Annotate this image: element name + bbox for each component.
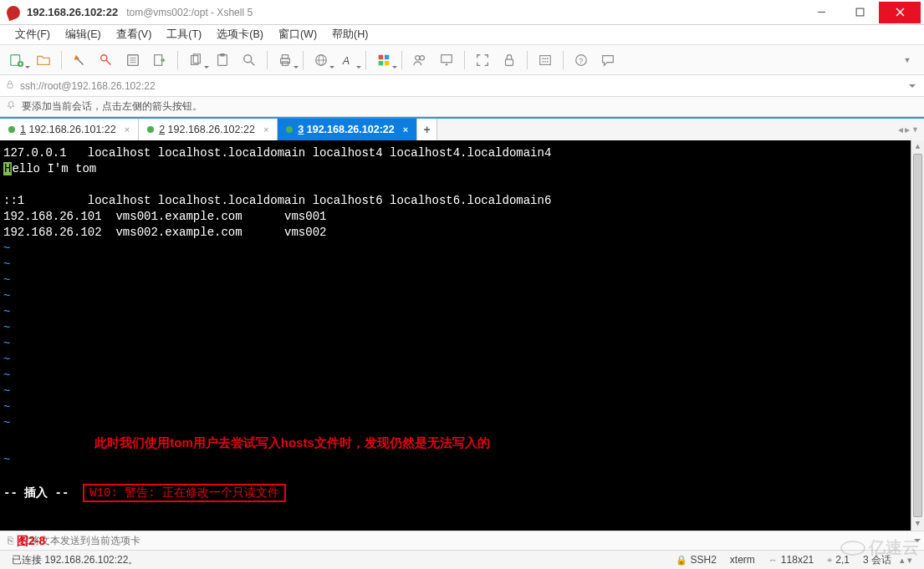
title-bar: 192.168.26.102:22 tom@vms002:/opt - Xshe… bbox=[0, 0, 924, 25]
hint-bar: 要添加当前会话，点击左侧的箭头按钮。 bbox=[0, 97, 924, 117]
status-dot-icon bbox=[147, 126, 154, 133]
menu-tabs[interactable]: 选项卡(B) bbox=[210, 25, 270, 44]
print-button[interactable] bbox=[273, 48, 297, 72]
color-button[interactable] bbox=[372, 48, 396, 72]
tab-prev-icon[interactable]: ◂ bbox=[898, 124, 903, 135]
svg-line-8 bbox=[77, 58, 83, 64]
pin-icon[interactable] bbox=[7, 100, 17, 113]
scroll-up-icon[interactable]: ▲ bbox=[911, 140, 924, 154]
svg-rect-18 bbox=[218, 54, 227, 65]
input-icon: ⎘ bbox=[3, 534, 17, 547]
svg-rect-1 bbox=[856, 8, 864, 16]
scroll-down-icon[interactable]: ▼ bbox=[911, 517, 924, 531]
svg-point-9 bbox=[101, 54, 107, 60]
menu-help[interactable]: 帮助(H) bbox=[325, 25, 375, 44]
tab-close-icon[interactable]: × bbox=[125, 124, 130, 135]
app-icon bbox=[5, 3, 23, 21]
svg-rect-19 bbox=[220, 53, 224, 56]
svg-rect-35 bbox=[442, 54, 452, 62]
new-tab-button[interactable]: + bbox=[417, 119, 437, 140]
reconnect-button[interactable] bbox=[68, 48, 91, 72]
terminal-content[interactable]: 127.0.0.1 localhost localhost.localdomai… bbox=[0, 140, 911, 531]
hint-text: 要添加当前会话，点击左侧的箭头按钮。 bbox=[22, 99, 202, 114]
import-button[interactable] bbox=[148, 48, 171, 72]
close-button[interactable] bbox=[879, 2, 921, 23]
open-button[interactable] bbox=[32, 48, 55, 72]
menu-bar: 文件(F) 编辑(E) 查看(V) 工具(T) 选项卡(B) 窗口(W) 帮助(… bbox=[0, 25, 924, 45]
svg-rect-31 bbox=[379, 60, 383, 64]
menu-file[interactable]: 文件(F) bbox=[8, 25, 57, 44]
terminal-scrollbar[interactable]: ▲ ▼ bbox=[911, 140, 924, 531]
address-text[interactable]: ssh://root@192.168.26.102:22 bbox=[20, 80, 156, 92]
svg-point-39 bbox=[544, 58, 546, 59]
command-input-bar: ⎘ 图2-8 bbox=[0, 531, 924, 551]
status-cursor-pos: ⌖2,1 bbox=[820, 554, 856, 566]
svg-point-33 bbox=[416, 55, 420, 59]
svg-point-42 bbox=[544, 60, 546, 62]
status-bar: 已连接 192.168.26.102:22。 🔒SSH2 xterm ↔118x… bbox=[0, 551, 924, 569]
command-input[interactable] bbox=[20, 535, 911, 546]
status-terminal-type: xterm bbox=[723, 554, 762, 566]
menu-edit[interactable]: 编辑(E) bbox=[59, 25, 108, 44]
keypad-button[interactable] bbox=[533, 48, 557, 72]
new-session-button[interactable] bbox=[5, 48, 28, 72]
users-button[interactable] bbox=[408, 48, 431, 72]
lock-button[interactable] bbox=[498, 48, 521, 72]
svg-text:?: ? bbox=[579, 56, 583, 64]
disconnect-button[interactable] bbox=[94, 48, 118, 72]
toolbar: A ? ▼ bbox=[0, 45, 924, 75]
menu-view[interactable]: 查看(V) bbox=[110, 25, 159, 44]
address-bar: ssh://root@192.168.26.102:22 bbox=[0, 75, 924, 97]
status-size: ↔118x21 bbox=[762, 554, 820, 566]
session-tab-3[interactable]: 3 192.168.26.102:22 × bbox=[278, 119, 417, 140]
status-protocol: 🔒SSH2 bbox=[669, 554, 723, 566]
session-tab-1[interactable]: 1 192.168.26.101:22 × bbox=[0, 119, 139, 140]
svg-rect-23 bbox=[282, 54, 288, 58]
svg-line-21 bbox=[251, 61, 255, 65]
svg-text:A: A bbox=[342, 54, 350, 66]
menu-window[interactable]: 窗口(W) bbox=[272, 25, 324, 44]
svg-rect-30 bbox=[385, 54, 389, 58]
status-dot-icon bbox=[286, 126, 293, 133]
properties-button[interactable] bbox=[121, 48, 145, 72]
cursor-icon: ⌖ bbox=[827, 555, 832, 566]
fullscreen-button[interactable] bbox=[471, 48, 494, 72]
svg-point-40 bbox=[547, 58, 549, 59]
language-button[interactable] bbox=[309, 48, 333, 72]
input-dropdown-icon[interactable] bbox=[914, 539, 921, 542]
paste-button[interactable] bbox=[211, 48, 234, 72]
window-title-main: 192.168.26.102:22 bbox=[27, 6, 118, 18]
svg-rect-37 bbox=[540, 55, 551, 64]
svg-point-41 bbox=[542, 60, 544, 62]
lock-icon bbox=[5, 79, 15, 92]
chat-button[interactable] bbox=[596, 48, 620, 72]
session-tab-2[interactable]: 2 192.168.26.102:22 × bbox=[139, 119, 278, 140]
terminal-pane: 127.0.0.1 localhost localhost.localdomai… bbox=[0, 140, 924, 531]
svg-point-38 bbox=[542, 58, 544, 59]
help-button[interactable]: ? bbox=[569, 48, 593, 72]
tab-menu-icon[interactable]: ▼ bbox=[911, 125, 919, 134]
maximize-button[interactable] bbox=[840, 2, 879, 23]
tab-close-icon[interactable]: × bbox=[263, 124, 268, 135]
font-button[interactable]: A bbox=[336, 48, 360, 72]
svg-rect-32 bbox=[385, 60, 389, 64]
tab-next-icon[interactable]: ▸ bbox=[905, 124, 910, 135]
toolbar-overflow-button[interactable]: ▼ bbox=[896, 48, 919, 72]
scroll-thumb[interactable] bbox=[913, 154, 922, 517]
status-session-count: 3 会话▴ ▾ bbox=[856, 553, 919, 567]
svg-point-43 bbox=[547, 60, 549, 62]
size-icon: ↔ bbox=[768, 555, 778, 565]
svg-rect-46 bbox=[8, 84, 13, 88]
search-button[interactable] bbox=[237, 48, 261, 72]
minimize-button[interactable] bbox=[802, 2, 840, 23]
svg-rect-36 bbox=[506, 59, 513, 65]
svg-point-34 bbox=[420, 55, 424, 59]
copy-button[interactable] bbox=[184, 48, 207, 72]
transfer-button[interactable] bbox=[435, 48, 458, 72]
lock-icon: 🔒 bbox=[676, 555, 687, 566]
tab-close-icon[interactable]: × bbox=[403, 124, 408, 135]
svg-line-10 bbox=[106, 60, 110, 64]
session-tab-strip: 1 192.168.26.101:22 × 2 192.168.26.102:2… bbox=[0, 117, 924, 140]
menu-tools[interactable]: 工具(T) bbox=[160, 25, 208, 44]
address-dropdown-icon[interactable] bbox=[909, 84, 916, 88]
